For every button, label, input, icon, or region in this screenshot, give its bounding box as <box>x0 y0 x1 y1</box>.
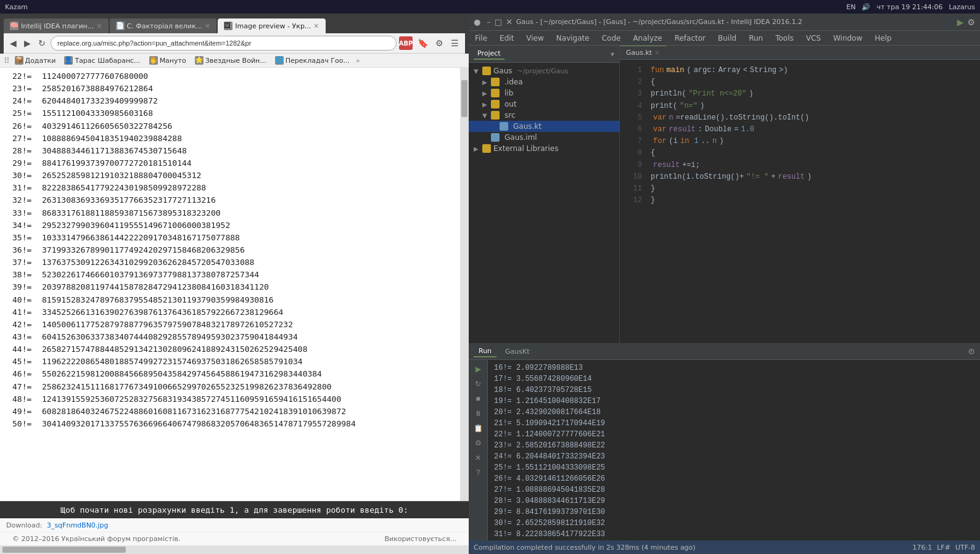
tree-item-gaus-iml[interactable]: Gaus.iml <box>469 132 619 143</box>
browser-tab-3[interactable]: 🖼 Image preview - Укр... ✕ <box>218 18 325 33</box>
run-help-button[interactable]: ? <box>471 466 485 479</box>
menu-item-tools[interactable]: Tools <box>769 31 800 45</box>
menu-item-edit[interactable]: Edit <box>493 31 520 45</box>
menu-item-window[interactable]: Window <box>827 31 868 45</box>
run-close-button[interactable]: ✕ <box>471 451 485 465</box>
editor-tab-gaus[interactable]: Gaus.kt ✕ <box>620 46 666 59</box>
tree-arrow: ▶ <box>482 90 488 97</box>
tree-icon <box>491 133 500 142</box>
run-pause-button[interactable]: ⏸ <box>471 407 485 420</box>
fact-val: 6041526306337383407444082928557894959302… <box>42 331 298 343</box>
run-output-line: 16!= 2.0922789888E13 <box>494 362 974 373</box>
nav-btn-extra1[interactable]: 🔖 <box>415 37 430 49</box>
fact-num: 27!= <box>12 132 37 145</box>
run-rerun-button[interactable]: ↻ <box>471 377 485 391</box>
run-tab-gauskt[interactable]: GausKt <box>500 346 535 357</box>
code-editor: Gaus.kt ✕ 1fun main(argc:Array<String>)2… <box>620 46 980 343</box>
run-stop-button[interactable]: ■ <box>471 392 485 405</box>
fact-num: 37!= <box>12 256 37 269</box>
line-ending: LF# <box>937 544 950 552</box>
menu-item-code[interactable]: Code <box>596 31 627 45</box>
menu-item-help[interactable]: Help <box>868 31 897 45</box>
factorial-row: 23!= 25852016738884976212864 <box>12 83 456 95</box>
tree-item-label: Gaus.iml <box>504 133 537 142</box>
tree-icon <box>491 89 500 97</box>
ide-main: Project ▾ ▼ Gaus ~/project/Gaus ▶.idea▶l… <box>469 46 980 343</box>
volume-icon[interactable]: 🔊 <box>862 3 870 11</box>
horizontal-scrollbar[interactable] <box>0 545 469 554</box>
tree-root[interactable]: ▼ Gaus ~/project/Gaus <box>469 65 619 76</box>
factorial-row: 47!= 25862324151116817767349100665299702… <box>12 381 456 393</box>
lang-indicator[interactable]: EN <box>846 3 855 11</box>
bookmarks-bar: ⠿ 📦 Додатки 👤 Тарас Шабаранс... 🖐 Мануто… <box>0 54 469 68</box>
menu-item-navigate[interactable]: Navigate <box>550 31 596 45</box>
adblock-button[interactable]: ABP <box>399 36 413 50</box>
tree-tab-project[interactable]: Project <box>474 48 504 60</box>
menu-item-vcs[interactable]: VCS <box>800 31 827 45</box>
reload-button[interactable]: ↻ <box>36 37 48 49</box>
tree-item-src[interactable]: ▼src <box>469 110 619 121</box>
vertical-scrollbar[interactable] <box>460 68 469 501</box>
bookmark-manyto[interactable]: 🖐 Мануто <box>146 55 190 66</box>
datetime-label: чт тра 19 21:44:06 <box>876 3 942 11</box>
tree-external-libraries[interactable]: ▶ External Libraries <box>469 143 619 154</box>
tree-item-label: src <box>504 111 516 120</box>
nav-btn-menu[interactable]: ☰ <box>448 37 461 49</box>
bookmarks-more[interactable]: » <box>356 57 360 65</box>
run-settings2-button[interactable]: ⚙ <box>471 436 485 450</box>
download-file[interactable]: 3_sqFnmdBN0.jpg <box>47 521 109 529</box>
run-settings-icon[interactable]: ⚙ <box>968 347 975 356</box>
ide-close[interactable]: ✕ <box>506 17 513 26</box>
menu-item-file[interactable]: File <box>469 31 493 45</box>
browser-panel: 🧠 Intellij IDEA плагин... ✕ 📄 С. Факторі… <box>0 14 469 554</box>
menu-item-build[interactable]: Build <box>712 31 743 45</box>
ide-maximize[interactable]: □ <box>495 17 502 26</box>
ide-minimize[interactable]: – <box>487 17 491 26</box>
menu-item-view[interactable]: View <box>520 31 550 45</box>
tree-item--idea[interactable]: ▶.idea <box>469 76 619 88</box>
ide-menu-items: FileEditViewNavigateCodeAnalyzeRefactorB… <box>469 34 898 43</box>
code-line-12: 12} <box>627 195 973 206</box>
status-text: Compilation completed successfully in 2s… <box>474 544 696 552</box>
tab-close-2[interactable]: ✕ <box>205 22 210 30</box>
page-scroll-area[interactable]: 22!= 112400072777760768000023!= 25852016… <box>0 68 469 501</box>
factorial-row: 28!= 304888344611713883674530715648 <box>12 145 456 157</box>
address-bar[interactable] <box>51 36 397 51</box>
run-toolbar: Run GausKt ⚙ <box>469 344 980 360</box>
tree-ext-icon <box>482 144 491 153</box>
bookmark-taras[interactable]: 👤 Тарас Шабаранс... <box>60 55 144 66</box>
nav-btn-extra2[interactable]: ⚙ <box>433 37 446 49</box>
run-play-button[interactable]: ▶ <box>471 362 485 376</box>
bookmark-starwars[interactable]: ⭐ Звездные Войн... <box>191 55 270 66</box>
fact-num: 40!= <box>12 294 37 306</box>
run-tab-run[interactable]: Run <box>474 346 496 357</box>
menu-item-refactor[interactable]: Refactor <box>669 31 712 45</box>
tab-title-2: С. Факторіал велик... <box>127 22 203 30</box>
tree-item-lib[interactable]: ▶lib <box>469 88 619 99</box>
fact-num: 50!= <box>12 418 37 430</box>
ide-run-icon[interactable]: ▶ <box>957 17 964 27</box>
bookmark-translate[interactable]: 🌐 Перекладач Гоо... <box>271 55 353 66</box>
code-area[interactable]: 1fun main(argc:Array<String>)2{3 println… <box>620 60 980 343</box>
forward-button[interactable]: ▶ <box>22 37 33 49</box>
tab-close-1[interactable]: ✕ <box>96 22 102 30</box>
browser-tab-2[interactable]: 📄 С. Факторіал велик... ✕ <box>110 18 217 33</box>
factorial-row: 30!= 265252859812191032188804700045312 <box>12 169 456 182</box>
ide-debug-icon[interactable]: ⚙ <box>967 17 975 27</box>
bookmark-label-2: Тарас Шабаранс... <box>75 57 140 65</box>
fact-num: 24!= <box>12 95 37 107</box>
tab-title-3: Image preview - Укр... <box>235 22 311 30</box>
editor-tab-close[interactable]: ✕ <box>654 49 659 56</box>
back-button[interactable]: ◀ <box>7 37 19 49</box>
tree-dropdown[interactable]: ▾ <box>611 50 614 59</box>
bookmark-dodatky[interactable]: 📦 Додатки <box>11 55 60 66</box>
factorial-row: 32!= 26313083693369351776635231772711321… <box>12 194 456 206</box>
tree-item-gaus-kt[interactable]: Gaus.kt <box>469 121 619 132</box>
tree-icon <box>500 122 508 131</box>
run-dump-button[interactable]: 📋 <box>471 422 485 435</box>
menu-item-run[interactable]: Run <box>743 31 769 45</box>
tab-close-3[interactable]: ✕ <box>313 22 319 30</box>
tree-item-out[interactable]: ▶out <box>469 99 619 110</box>
menu-item-analyze[interactable]: Analyze <box>627 31 668 45</box>
browser-tab-1[interactable]: 🧠 Intellij IDEA плагин... ✕ <box>4 18 109 33</box>
